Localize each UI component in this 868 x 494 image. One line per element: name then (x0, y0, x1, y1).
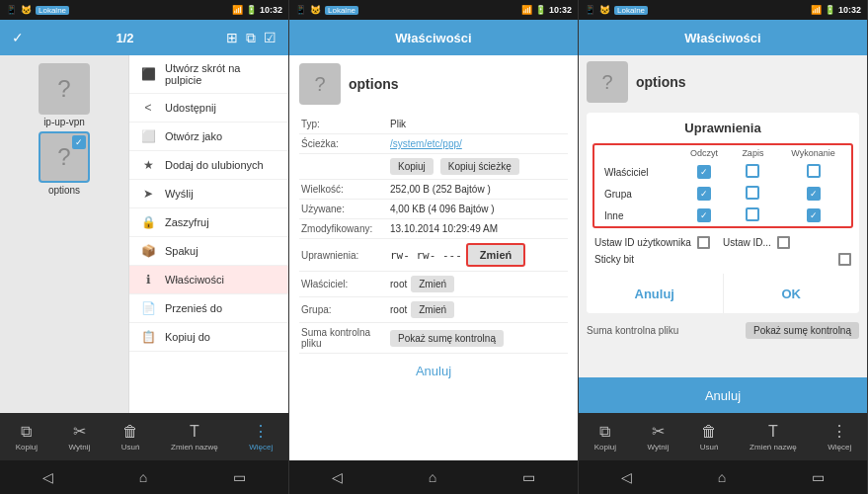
bottom-btn-copy-3[interactable]: ⧉ Kopiuj (594, 423, 616, 452)
cancel-label-3: Anuluj (705, 388, 741, 403)
list-item[interactable]: ? ✓ options (8, 131, 120, 196)
menu-item-shortcut[interactable]: ⬛ Utwórz skrót na pulpicie (129, 55, 288, 94)
cut-label-3: Wytnij (648, 443, 670, 452)
check-icon[interactable]: ✓ (12, 30, 24, 45)
rename-icon-3: T (768, 423, 778, 441)
status-bar-right-1: 📶 🔋 10:32 (232, 5, 282, 15)
bottom-btn-rename[interactable]: T Zmień nazwę (171, 423, 218, 452)
file-label-ipupvpn: ip-up-vpn (43, 117, 85, 127)
back-nav-btn-2[interactable]: ◁ (332, 469, 343, 485)
cancel-button-2[interactable]: Anuluj (416, 364, 451, 378)
uid-checkbox[interactable] (697, 236, 710, 249)
perm-owner-exec[interactable] (807, 164, 821, 178)
panel3-file-name: options (636, 74, 686, 90)
menu-label-encrypt: Zaszyfruj (165, 216, 278, 228)
show-checksum-button-3[interactable]: Pokaż sumę kontrolną (746, 322, 859, 339)
uid-right-checkbox[interactable] (777, 236, 790, 249)
home-nav-btn-3[interactable]: ⌂ (718, 469, 726, 485)
copy-icon[interactable]: ⧉ (246, 30, 256, 46)
file-label-options: options (48, 185, 80, 196)
battery-icon-3: 🔋 (825, 5, 835, 15)
bottom-btn-cut-3[interactable]: ✂ Wytnij (648, 422, 670, 452)
prop-label-owner: Właściciel: (299, 272, 388, 297)
cancel-bar-3[interactable]: Anuluj (579, 377, 867, 413)
prop-label-checksum: Suma kontrolna pliku (299, 323, 388, 354)
lock-icon: 🔒 (139, 215, 157, 229)
bottom-btn-cut[interactable]: ✂ Wytnij (69, 422, 91, 452)
bottom-btn-more-3[interactable]: ⋮ Więcej (828, 422, 851, 452)
uid-row: Ustaw ID użytkownika Ustaw ID... (594, 236, 851, 249)
menu-item-openas[interactable]: ⬜ Otwórz jako (129, 123, 288, 151)
menu-item-send[interactable]: ➤ Wyślij (129, 180, 288, 208)
menu-item-move[interactable]: 📄 Przenieś do (129, 294, 288, 323)
perm-owner-read[interactable] (697, 165, 711, 179)
status-bar-right-3: 📶 🔋 10:32 (811, 5, 861, 15)
check-all-icon[interactable]: ☑ (264, 30, 276, 45)
change-owner-button[interactable]: Zmień (411, 276, 454, 292)
home-nav-btn-2[interactable]: ⌂ (429, 469, 436, 485)
bottom-btn-delete-3[interactable]: 🗑 Usuń (700, 423, 719, 452)
perm-other-write[interactable] (746, 207, 759, 221)
selected-badge: ✓ (72, 135, 86, 149)
show-checksum-button[interactable]: Pokaż sumę kontrolną (390, 330, 504, 347)
menu-item-encrypt[interactable]: 🔒 Zaszyfruj (129, 208, 288, 237)
copy-button[interactable]: Kopiuj (390, 158, 434, 175)
cut-bottom-icon: ✂ (73, 422, 86, 441)
uid-right: Ustaw ID... (723, 236, 851, 249)
menu-item-favorites[interactable]: ★ Dodaj do ulubionych (129, 151, 288, 180)
perm-col-write: Zapis (731, 145, 775, 161)
change-group-button[interactable]: Zmień (411, 301, 454, 318)
menu-label-shortcut: Utwórz skrót na pulpicie (165, 62, 278, 86)
bottom-btn-more[interactable]: ⋮ Więcej (249, 422, 273, 452)
recent-nav-btn-2[interactable]: ▭ (522, 469, 535, 485)
menu-item-copy[interactable]: 📋 Kopiuj do (129, 323, 288, 352)
file-icon-prop: ? (299, 63, 341, 105)
perm-group-read[interactable] (697, 187, 711, 201)
perm-group-exec[interactable] (807, 187, 821, 201)
menu-item-properties[interactable]: ℹ Właściwości (129, 266, 288, 294)
panel3-content: ? options Uprawnienia Odczyt Zapis Wykon… (579, 55, 867, 377)
grid-icon[interactable]: ⊞ (226, 30, 238, 45)
prop-value-path[interactable]: /system/etc/ppp/ (390, 138, 462, 149)
list-item[interactable]: ? ip-up-vpn (8, 63, 120, 127)
toolbar-3: Właściwości (579, 20, 867, 55)
perm-owner-write[interactable] (746, 164, 759, 178)
recent-nav-btn-3[interactable]: ▭ (812, 469, 825, 485)
copy-path-button[interactable]: Kopiuj ścieżkę (440, 158, 519, 175)
copy-bottom-label: Kopiuj (16, 443, 38, 452)
prop-label-size: Wielkość: (299, 180, 388, 200)
bottom-btn-rename-3[interactable]: T Zmień nazwę (750, 423, 797, 452)
perm-group-write[interactable] (746, 186, 759, 200)
home-nav-btn[interactable]: ⌂ (139, 469, 147, 485)
more-bottom-label: Więcej (249, 443, 273, 452)
table-row: Uprawnienia: rw- rw- --- Zmień (299, 239, 568, 272)
menu-item-pack[interactable]: 📦 Spakuj (129, 237, 288, 266)
prop-value-used: 4,00 KB (4 096 Bajtów ) (388, 200, 568, 219)
menu-label-favorites: Dodaj do ulubionych (165, 159, 278, 171)
bottom-btn-delete[interactable]: 🗑 Usuń (121, 423, 140, 452)
share-icon: < (139, 101, 157, 115)
openas-icon: ⬜ (139, 129, 157, 143)
permissions-border: Odczyt Zapis Wykonanie Właściciel (592, 143, 853, 228)
perm-other-exec[interactable] (807, 208, 821, 222)
panel-properties: 📱 🐱 Lokalne 📶 🔋 10:32 Właściwości ? opti… (289, 0, 579, 494)
status-bar-left-2: 📱 🐱 Lokalne (295, 5, 358, 15)
perm-col-exec: Wykonanie (775, 145, 851, 161)
back-nav-btn[interactable]: ◁ (42, 469, 53, 485)
sticky-checkbox[interactable] (838, 253, 851, 266)
lokalne-badge-3: Lokalne (614, 6, 648, 15)
cancel-dialog-button[interactable]: Anuluj (587, 274, 724, 313)
perm-other-read[interactable] (697, 208, 711, 222)
ok-dialog-button[interactable]: OK (724, 274, 860, 313)
rename-bottom-label: Zmień nazwę (171, 443, 218, 452)
change-perms-button[interactable]: Zmień (466, 243, 525, 267)
delete-icon-3: 🗑 (701, 423, 717, 441)
menu-label-properties: Właściwości (165, 274, 278, 286)
menu-label-pack: Spakuj (165, 245, 278, 257)
bottom-btn-copy[interactable]: ⧉ Kopiuj (16, 423, 38, 452)
recent-nav-btn[interactable]: ▭ (233, 469, 246, 485)
menu-item-share[interactable]: < Udostępnij (129, 94, 288, 123)
prop-label-empty (299, 154, 388, 180)
table-row: Używane: 4,00 KB (4 096 Bajtów ) (299, 200, 568, 219)
back-nav-btn-3[interactable]: ◁ (621, 469, 632, 485)
